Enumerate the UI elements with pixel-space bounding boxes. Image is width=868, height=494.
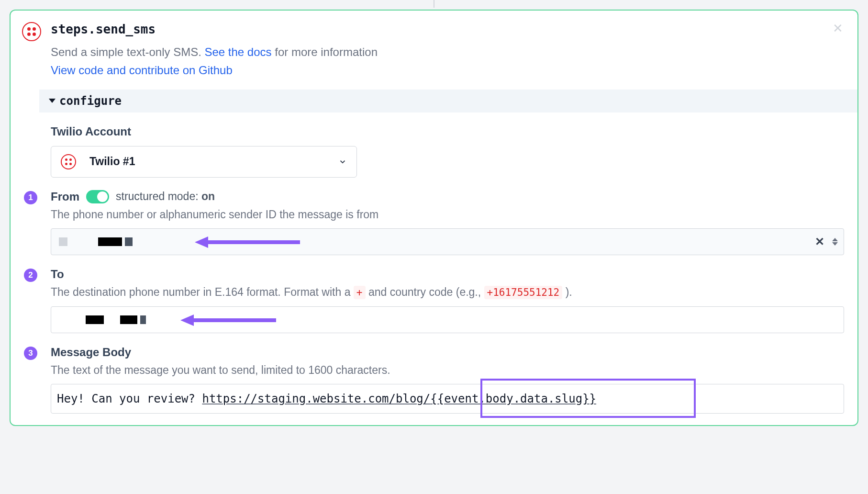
body-url: https://staging.website.com/blog/{{event… xyxy=(202,392,596,405)
account-label: Twilio Account xyxy=(51,125,844,138)
step-description: Send a simple text-only SMS. See the doc… xyxy=(51,43,844,61)
github-link[interactable]: View code and contribute on Github xyxy=(51,61,844,79)
to-input[interactable] xyxy=(51,306,844,333)
redacted-value xyxy=(59,315,146,324)
annotation-arrow-icon xyxy=(180,314,276,327)
configure-section-toggle[interactable]: configure xyxy=(39,90,857,112)
stepper-arrows-icon[interactable] xyxy=(832,238,838,246)
from-help: The phone number or alphanumeric sender … xyxy=(51,206,844,223)
body-help: The text of the message you want to send… xyxy=(51,362,844,379)
account-selected-value: Twilio #1 xyxy=(89,155,325,168)
redacted-value xyxy=(59,237,133,246)
close-button[interactable]: ✕ xyxy=(833,22,843,34)
to-label: To xyxy=(51,268,844,281)
structured-mode-text: structured mode: on xyxy=(116,190,215,203)
structured-mode-toggle[interactable] xyxy=(86,190,109,203)
clear-input-button[interactable]: ✕ xyxy=(815,235,824,248)
step-badge-3: 3 xyxy=(24,347,37,360)
step-badge-1: 1 xyxy=(24,191,37,204)
annotation-arrow-icon xyxy=(195,236,300,249)
chevron-down-icon xyxy=(338,157,347,166)
step-title: steps.send_sms xyxy=(51,22,844,36)
twilio-icon xyxy=(22,22,41,41)
step-header: steps.send_sms Send a simple text-only S… xyxy=(11,11,857,80)
body-text-prefix: Hey! Can you review? xyxy=(57,392,202,405)
body-label: Message Body xyxy=(51,346,844,359)
divider-line xyxy=(434,0,434,8)
configure-label: configure xyxy=(59,94,122,108)
from-label: From xyxy=(51,190,79,203)
message-body-input[interactable]: Hey! Can you review? https://staging.web… xyxy=(51,384,844,414)
docs-link[interactable]: See the docs xyxy=(204,45,271,58)
step-card: ✕ steps.send_sms Send a simple text-only… xyxy=(10,10,858,426)
twilio-icon xyxy=(61,154,76,169)
from-input[interactable]: ✕ xyxy=(51,228,844,255)
step-badge-2: 2 xyxy=(24,269,37,282)
account-select[interactable]: Twilio #1 xyxy=(51,146,357,178)
caret-down-icon xyxy=(49,99,56,103)
to-help: The destination phone number in E.164 fo… xyxy=(51,284,844,301)
